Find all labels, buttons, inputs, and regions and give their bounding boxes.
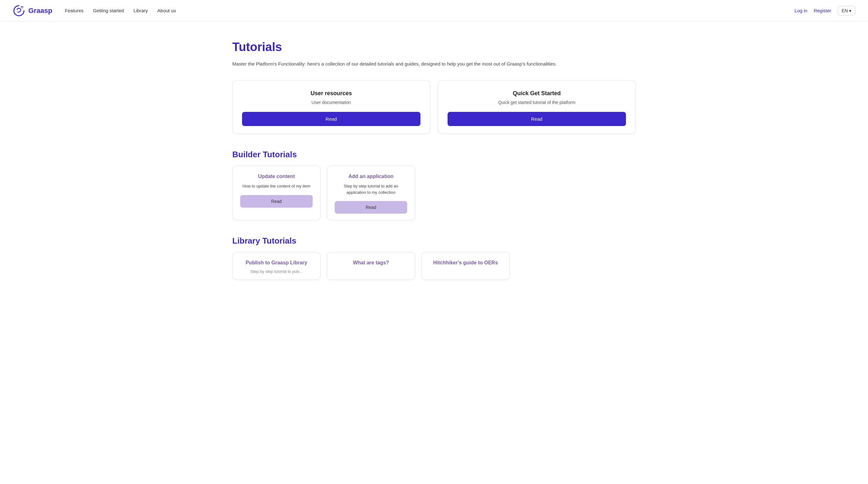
library-section-title: Library Tutorials xyxy=(232,236,636,246)
doc-cards-section: User resources User documentation Read Q… xyxy=(232,80,636,134)
register-button[interactable]: Register xyxy=(814,8,831,13)
nav-links: Features Getting started Library About u… xyxy=(65,8,795,13)
doc-card-quick-start: Quick Get Started Quick get started tuto… xyxy=(438,80,636,134)
builder-card-title-1: Add an application xyxy=(348,173,393,179)
library-card-title-1: What are tags? xyxy=(353,260,389,266)
library-cards-row: Publish to Graasp Library Step by step t… xyxy=(232,252,636,280)
builder-cards-row: Update content How to update the content… xyxy=(232,166,636,220)
doc-card-read-button-0[interactable]: Read xyxy=(242,112,421,126)
navbar: Graasp Features Getting started Library … xyxy=(0,0,868,22)
language-label: EN xyxy=(842,8,848,13)
nav-library[interactable]: Library xyxy=(133,8,148,13)
builder-section-title: Builder Tutorials xyxy=(232,150,636,159)
library-card-oers: Hitchhiker's guide to OERs xyxy=(422,252,509,280)
builder-card-update-content: Update content How to update the content… xyxy=(232,166,320,220)
library-card-title-0: Publish to Graasp Library xyxy=(246,260,307,266)
language-selector[interactable]: EN ▾ xyxy=(838,6,856,15)
builder-card-read-button-1[interactable]: Read xyxy=(335,201,407,214)
doc-card-subtitle-1: Quick get started tutorial of the platfo… xyxy=(498,100,575,105)
library-card-publish: Publish to Graasp Library Step by step t… xyxy=(232,252,320,280)
nav-getting-started[interactable]: Getting started xyxy=(93,8,124,13)
doc-card-user-resources: User resources User documentation Read xyxy=(232,80,430,134)
navbar-actions: Log in Register EN ▾ xyxy=(795,6,856,15)
login-button[interactable]: Log in xyxy=(795,8,807,13)
nav-about-us[interactable]: About us xyxy=(157,8,176,13)
chevron-down-icon: ▾ xyxy=(849,8,851,13)
nav-features[interactable]: Features xyxy=(65,8,84,13)
library-card-desc-0: Step by step tutorial to pub... xyxy=(250,269,303,275)
page-subtitle: Master the Platform's Functionality: her… xyxy=(232,60,636,68)
logo-link[interactable]: Graasp xyxy=(12,4,52,17)
main-content: Tutorials Master the Platform's Function… xyxy=(213,22,655,292)
builder-card-read-button-0[interactable]: Read xyxy=(240,195,313,208)
builder-card-desc-1: Step by step tutorial to add an applicat… xyxy=(335,183,407,195)
doc-card-subtitle-0: User documentation xyxy=(311,100,351,105)
logo-icon xyxy=(12,4,25,17)
logo-text: Graasp xyxy=(28,7,52,15)
builder-card-desc-0: How to update the content of my item xyxy=(242,183,310,189)
builder-card-title-0: Update content xyxy=(258,173,295,179)
doc-card-title-0: User resources xyxy=(310,90,352,97)
builder-card-add-application: Add an application Step by step tutorial… xyxy=(327,166,415,220)
doc-card-title-1: Quick Get Started xyxy=(513,90,561,97)
library-card-title-2: Hitchhiker's guide to OERs xyxy=(433,260,498,266)
library-card-tags: What are tags? xyxy=(327,252,415,280)
page-title: Tutorials xyxy=(232,40,636,54)
doc-card-read-button-1[interactable]: Read xyxy=(447,112,626,126)
